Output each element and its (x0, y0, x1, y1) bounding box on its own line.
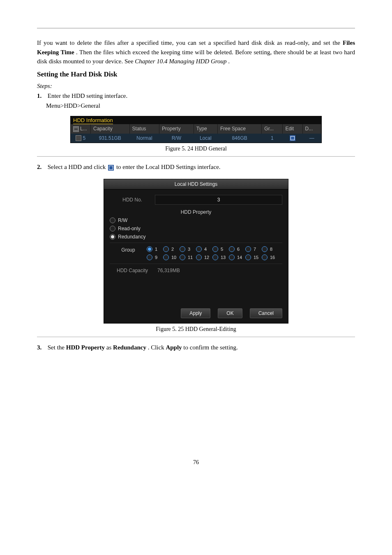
hdd-property-redundancy[interactable]: Redundancy (110, 233, 282, 241)
figure-1-caption: Figure 5. 24 HDD General (37, 146, 355, 152)
cancel-button[interactable]: Cancel (250, 308, 282, 318)
step-3-number: 3. (37, 343, 46, 352)
figure-2-caption: Figure 5. 25 HDD General-Editing (37, 326, 355, 333)
intro-paragraph: If you want to delete the files after a … (37, 38, 355, 66)
row-type: Local (194, 134, 217, 143)
row-delete: — (302, 134, 321, 143)
header-rule (37, 26, 355, 28)
col-edit: Edit (283, 124, 302, 134)
radio-icon (110, 234, 115, 240)
group-option-12[interactable]: 12 (196, 254, 212, 260)
group-option-2[interactable]: 2 (163, 246, 179, 252)
step-2-number: 2. (37, 162, 46, 172)
hdd-no-value[interactable]: 3 (155, 195, 282, 205)
row-num: 5 (83, 135, 86, 141)
steps-label: Steps: (37, 83, 355, 90)
group-option-14[interactable]: 14 (229, 254, 244, 260)
breadcrumb: Menu>HDD>General (46, 102, 355, 109)
hdd-info-title: HDD Information (71, 116, 321, 124)
col-free-space: Free Space (217, 124, 261, 134)
radio-label: Redundancy (118, 234, 145, 240)
local-hdd-settings-dialog: Local HDD Settings HDD No. 3 HDD Propert… (104, 179, 288, 324)
hdd-capacity-row: HDD Capacity 76,319MB (110, 264, 282, 277)
radio-icon (147, 254, 152, 260)
step-1: 1. Enter the HDD setting interface. (37, 91, 355, 101)
radio-icon (262, 246, 267, 252)
row-group: 1 (262, 134, 283, 143)
group-option-1[interactable]: 1 (147, 246, 162, 252)
radio-label: Read-only (118, 226, 141, 231)
step-1-text: Enter the HDD setting interface. (48, 92, 128, 99)
col-capacity: Capacity (91, 124, 130, 134)
intro-text-e: . (228, 58, 230, 65)
table-row[interactable]: 5 931.51GB Normal R/W Local 846GB 1 — (71, 134, 321, 143)
group-option-13[interactable]: 13 (212, 254, 228, 260)
page-number: 76 (37, 459, 355, 466)
row-status: Normal (129, 134, 159, 143)
row-free-space: 846GB (217, 134, 261, 143)
radio-icon (163, 254, 169, 260)
divider (37, 337, 355, 337)
group-option-16[interactable]: 16 (262, 254, 277, 260)
group-option-5[interactable]: 5 (212, 246, 228, 252)
section-heading: Setting the Hard Disk Disk (37, 70, 355, 79)
radio-icon (147, 246, 152, 252)
radio-icon (212, 254, 218, 260)
radio-icon (110, 217, 115, 223)
group-option-6[interactable]: 6 (229, 246, 244, 252)
hdd-no-label: HDD No. (110, 197, 155, 203)
apply-button[interactable]: Apply (181, 308, 210, 318)
radio-icon (196, 246, 202, 252)
hdd-property-label: HDD Property (110, 207, 282, 216)
hdd-capacity-value: 76,319MB (155, 266, 182, 275)
col-status: Status (129, 124, 159, 134)
select-all-checkbox[interactable] (73, 126, 79, 132)
hdd-no-row: HDD No. 3 (110, 193, 282, 207)
hdd-table-header-row: L... Capacity Status Property Type Free … (71, 124, 321, 134)
radio-icon (229, 254, 235, 260)
group-option-8[interactable]: 8 (262, 246, 277, 252)
group-option-15[interactable]: 15 (245, 254, 261, 260)
dialog-button-row: Apply OK Cancel (104, 303, 288, 323)
edit-icon (108, 165, 114, 171)
step-3-text-e: . Click (148, 344, 166, 351)
col-property: Property (159, 124, 194, 134)
radio-icon (229, 246, 235, 252)
col-group: Gr... (262, 124, 283, 134)
group-label: Group (110, 246, 147, 253)
intro-chapter-ref: Chapter 10.4 Managing HDD Group (135, 58, 226, 65)
intro-text-a: If you want to delete the files after a … (37, 39, 343, 46)
step-3-text-g: to confirm the setting. (183, 344, 238, 351)
radio-icon (180, 246, 185, 252)
step-3: 3. Set the HDD Property as Redundancy . … (37, 343, 355, 352)
hdd-info-panel: HDD Information L... Capacity Status Pro… (70, 116, 322, 143)
ok-button[interactable]: OK (218, 308, 242, 318)
step-1-number: 1. (37, 91, 46, 101)
radio-label: R/W (118, 217, 127, 223)
step-3-apply: Apply (166, 344, 182, 351)
group-option-9[interactable]: 9 (147, 254, 162, 260)
edit-icon[interactable] (290, 135, 295, 141)
row-checkbox[interactable] (76, 135, 81, 141)
step-2-text-a: Select a HDD and click (48, 164, 107, 170)
divider (37, 156, 355, 157)
group-option-10[interactable]: 10 (163, 254, 179, 260)
radio-icon (110, 226, 115, 231)
dialog-title: Local HDD Settings (104, 179, 288, 190)
step-3-hdd-property: HDD Property (66, 344, 105, 351)
hdd-property-rw[interactable]: R/W (110, 216, 282, 224)
row-property: R/W (159, 134, 194, 143)
group-option-3[interactable]: 3 (180, 246, 195, 252)
radio-icon (212, 246, 218, 252)
group-option-4[interactable]: 4 (196, 246, 212, 252)
hdd-property-readonly[interactable]: Read-only (110, 224, 282, 233)
group-option-11[interactable]: 11 (180, 254, 195, 260)
col-type: Type (194, 124, 217, 134)
step-3-redundancy: Redundancy (113, 344, 146, 351)
step-3-text-a: Set the (48, 344, 66, 351)
step-3-text-c: as (106, 344, 113, 351)
hdd-capacity-label: HDD Capacity (110, 268, 155, 273)
group-option-7[interactable]: 7 (245, 246, 261, 252)
radio-icon (245, 254, 251, 260)
radio-icon (196, 254, 202, 260)
